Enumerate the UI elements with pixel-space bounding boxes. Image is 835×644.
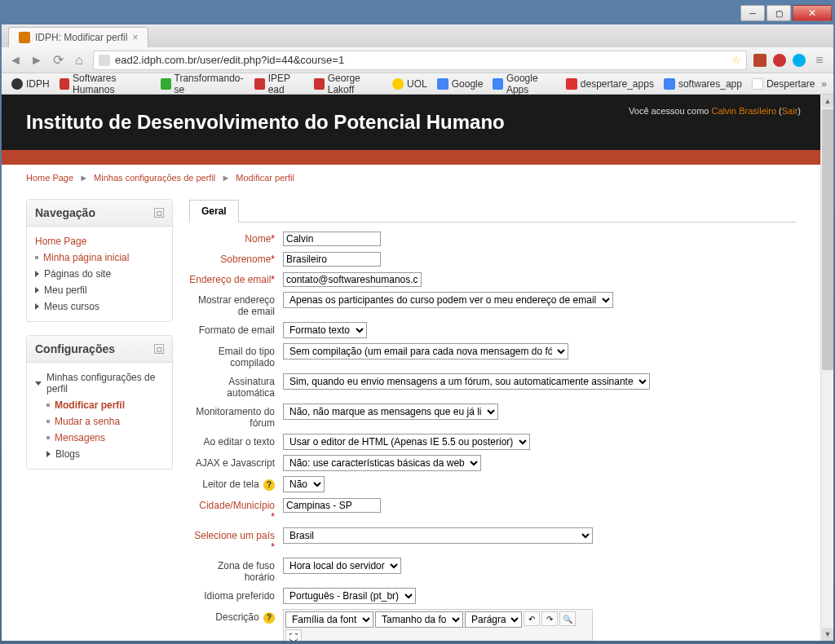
bookmark-item[interactable]: Despertare	[749, 77, 818, 91]
breadcrumb-link[interactable]: Minhas configurações de perfil	[94, 173, 215, 183]
bookmark-item[interactable]: Google Apps	[489, 71, 559, 97]
leitor-tela-select[interactable]: Não	[283, 476, 325, 492]
formato-email-select[interactable]: Formato texto	[283, 322, 367, 338]
assinatura-select[interactable]: Sim, quando eu envio mensagens a um fóru…	[283, 373, 650, 390]
bookmarks-bar: IDPH Softwares Humanos Transformando-se …	[2, 73, 833, 95]
bookmark-item[interactable]: softwares_app	[660, 77, 745, 91]
window-maximize-button[interactable]: ▢	[767, 5, 791, 21]
bookmark-item[interactable]: Transformando-se	[157, 71, 248, 97]
redo-icon[interactable]: ↷	[541, 611, 558, 626]
block-title: Configurações	[35, 342, 115, 355]
cidade-field[interactable]	[283, 498, 381, 513]
bookmark-item[interactable]: IPEP ead	[251, 71, 307, 97]
bookmark-item[interactable]: despertare_apps	[563, 77, 657, 91]
navigation-block: Navegação ◻ Home Page Minha página inici…	[26, 199, 173, 322]
undo-icon[interactable]: ↶	[524, 611, 540, 626]
url-text: ead2.idph.com.br/user/edit.php?id=44&cou…	[115, 54, 344, 66]
breadcrumb-home[interactable]: Home Page	[26, 173, 73, 183]
favicon-icon	[19, 32, 30, 43]
fullscreen-icon[interactable]: ⛶	[285, 629, 302, 641]
menu-button[interactable]: ≡	[812, 53, 827, 68]
nav-item[interactable]: Minha página inicial	[35, 249, 164, 266]
bookmark-item[interactable]: UOL	[389, 77, 431, 91]
fuso-select[interactable]: Hora local do servidor	[283, 558, 401, 574]
sobrenome-field[interactable]	[283, 252, 381, 267]
monitoramento-select[interactable]: Não, não marque as mensagens que eu já l…	[283, 404, 498, 420]
scrollbar[interactable]: ▲ ▼	[820, 95, 833, 641]
browser-toolbar: ◄ ► ⟳ ⌂ ead2.idph.com.br/user/edit.php?i…	[2, 47, 833, 73]
help-icon[interactable]: ?	[263, 479, 275, 491]
form-tab-geral[interactable]: Geral	[189, 200, 239, 223]
idioma-select[interactable]: Português - Brasil (pt_br)	[283, 588, 416, 604]
paragraph-select[interactable]: Parágrafo	[465, 611, 522, 628]
font-size-select[interactable]: Tamanho da fo	[375, 611, 463, 628]
settings-item[interactable]: Mensagens	[46, 430, 164, 446]
nav-item[interactable]: Páginas do site	[35, 266, 164, 282]
extension-icon[interactable]	[753, 54, 767, 67]
nav-home-link[interactable]: Home Page	[35, 233, 164, 249]
settings-item[interactable]: Mudar a senha	[46, 413, 164, 430]
home-button[interactable]: ⌂	[72, 53, 86, 68]
address-bar[interactable]: ead2.idph.com.br/user/edit.php?id=44&cou…	[93, 51, 747, 70]
font-family-select[interactable]: Família da font	[285, 611, 373, 628]
settings-item[interactable]: Blogs	[46, 446, 164, 462]
block-collapse-icon[interactable]: ◻	[154, 344, 164, 354]
bookmark-item[interactable]: George Lakoff	[311, 71, 386, 97]
tab-close-icon[interactable]: ×	[132, 32, 138, 43]
mostrar-email-select[interactable]: Apenas os participantes do curso podem v…	[283, 292, 613, 308]
block-collapse-icon[interactable]: ◻	[154, 208, 164, 218]
back-button[interactable]: ◄	[8, 53, 23, 68]
window-titlebar: ─ ▢ ✕	[2, 2, 833, 24]
block-title: Navegação	[35, 206, 95, 219]
site-header: Você acessou como Calvin Brasileiro (Sai…	[2, 95, 820, 150]
header-accent-bar	[2, 150, 820, 165]
bookmark-item[interactable]: IDPH	[8, 77, 53, 91]
bookmarks-overflow[interactable]: »	[821, 78, 827, 90]
scroll-thumb[interactable]	[822, 109, 833, 370]
window-minimize-button[interactable]: ─	[740, 5, 765, 21]
richtext-toolbar: Família da font Tamanho da fo Parágrafo …	[283, 609, 593, 641]
forward-button[interactable]: ►	[29, 53, 44, 68]
search-icon[interactable]: 🔍	[559, 611, 576, 626]
bookmark-item[interactable]: Softwares Humanos	[56, 71, 154, 97]
site-icon	[99, 55, 110, 66]
help-icon[interactable]: ?	[263, 612, 275, 624]
nome-field[interactable]	[283, 232, 381, 246]
settings-item-modificar[interactable]: Modificar perfil	[46, 397, 164, 413]
settings-block: Configurações ◻ Minhas configurações de …	[26, 335, 173, 470]
scroll-up-arrow[interactable]: ▲	[822, 95, 833, 108]
settings-parent[interactable]: Minhas configurações de perfil	[35, 369, 164, 397]
star-icon[interactable]: ☆	[731, 54, 741, 66]
breadcrumb-current[interactable]: Modificar perfil	[236, 173, 294, 183]
email-field[interactable]	[283, 272, 422, 287]
breadcrumb: Home Page ► Minhas configurações de perf…	[2, 165, 820, 191]
tipo-email-select[interactable]: Sem compilação (um email para cada nova …	[283, 343, 568, 359]
editor-select[interactable]: Usar o editor de HTML (Apenas IE 5.5 ou …	[283, 434, 530, 450]
ajax-select[interactable]: Não: use características básicas da web	[283, 455, 481, 471]
reload-button[interactable]: ⟳	[51, 53, 65, 68]
extension-icon[interactable]	[773, 54, 786, 67]
logout-link[interactable]: Sair	[782, 106, 798, 116]
skype-icon[interactable]	[793, 54, 806, 67]
nav-item[interactable]: Meu perfil	[35, 282, 164, 298]
pais-select[interactable]: Brasil	[283, 527, 593, 544]
scroll-down-arrow[interactable]: ▼	[822, 628, 833, 641]
window-close-button[interactable]: ✕	[793, 5, 832, 21]
browser-tabs: IDPH: Modificar perfil ×	[2, 24, 833, 47]
login-info: Você acessou como Calvin Brasileiro (Sai…	[629, 106, 801, 116]
tab-title: IDPH: Modificar perfil	[35, 32, 127, 43]
nav-item[interactable]: Meus cursos	[35, 298, 164, 315]
bookmark-item[interactable]: Google	[434, 77, 487, 91]
browser-tab-active[interactable]: IDPH: Modificar perfil ×	[8, 27, 148, 47]
user-link[interactable]: Calvin Brasileiro	[712, 106, 776, 116]
